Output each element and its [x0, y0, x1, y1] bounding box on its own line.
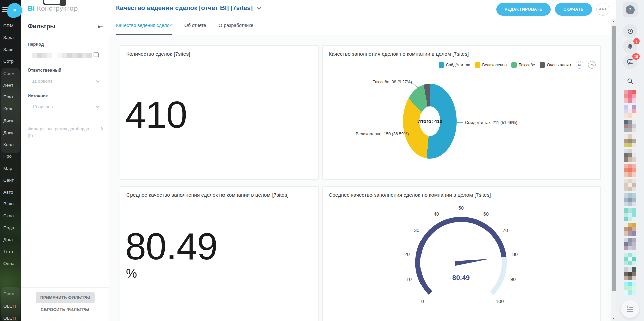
sidebar-item[interactable]: Зада	[3, 35, 21, 40]
sidebar-item[interactable]: OLCH	[3, 316, 21, 321]
filter-panel: BI Конструктор Фильтры ⇤ Период Ответств…	[21, 0, 109, 321]
period-date-input[interactable]	[28, 49, 103, 61]
title-dropdown-chevron-icon[interactable]	[257, 5, 261, 10]
image-thumbnail[interactable]	[624, 253, 636, 265]
tab-about-developer[interactable]: О разработчике	[219, 20, 253, 35]
scroll-up-arrow[interactable]: ▲	[611, 20, 616, 23]
filter-panel-footer: ПРИМЕНИТЬ ФИЛЬТРЫ СБРОСИТЬ ФИЛЬТРЫ	[21, 287, 109, 321]
sidebar-item[interactable]: Сотр	[3, 59, 21, 64]
sidebar-item[interactable]: Сайт	[3, 178, 21, 183]
more-options-button[interactable]	[596, 3, 609, 16]
legend-swatch	[540, 62, 545, 68]
image-thumbnail[interactable]	[624, 179, 636, 191]
notifications-button[interactable]: 3	[623, 39, 637, 54]
responsible-select[interactable]: 11 options	[28, 75, 103, 87]
deals-count-value: 410	[125, 96, 187, 134]
legend-inv-button[interactable]: Inv	[588, 61, 596, 69]
rail-divider	[620, 73, 640, 73]
gauge-needle	[455, 259, 489, 266]
image-thumbnail[interactable]	[624, 120, 636, 132]
sidebar-item[interactable]: BI-ко	[3, 201, 21, 207]
header-actions: РЕДАКТИРОВАТЬ СКАЧАТЬ	[496, 3, 609, 16]
sidebar-item[interactable]: OLCH	[3, 304, 21, 309]
gauge-tick-label: 20	[404, 251, 410, 257]
sidebar-item[interactable]: Доку	[3, 130, 21, 135]
gauge-tick-label: 100	[496, 299, 504, 304]
legend-item[interactable]: Сойдёт и так	[439, 62, 470, 68]
card-title: Количество сделок [7sites]	[126, 51, 190, 57]
sidebar-item[interactable]: Диск	[3, 118, 21, 123]
legend-swatch	[511, 62, 517, 68]
collapse-panel-icon[interactable]: ⇤	[98, 23, 103, 30]
legend-item[interactable]: Очень плохо	[540, 62, 571, 68]
help-button[interactable]: ?	[623, 2, 638, 17]
image-thumbnail[interactable]	[624, 164, 636, 177]
edit-button[interactable]: РЕДАКТИРОВАТЬ	[496, 3, 551, 16]
reset-filters-button[interactable]: СБРОСИТЬ ФИЛЬТРЫ	[21, 307, 109, 312]
tab-about-report[interactable]: Об отчете	[184, 20, 206, 35]
image-thumbnail[interactable]	[624, 208, 636, 221]
image-thumbnail[interactable]	[624, 238, 636, 250]
legend-item[interactable]: Великолепно	[475, 62, 507, 68]
sidebar-item[interactable]: Почт	[3, 94, 21, 99]
sidebar-item[interactable]: Заяв	[3, 47, 21, 52]
outside-filters-link[interactable]: Фильтры вне рамок дашборда (0)	[28, 126, 103, 139]
sidebar-item[interactable]: Кале	[3, 106, 21, 111]
image-thumbnail[interactable]	[624, 267, 636, 280]
image-thumbnail[interactable]	[624, 105, 636, 118]
avg-quality-unit: %	[126, 267, 137, 281]
legend-label: Так себе	[519, 63, 535, 67]
gauge-value: 80.49	[452, 274, 470, 281]
pie-callout-label: Великолепно: 150 (36.59%)	[356, 132, 397, 136]
close-panel-button[interactable]: ×	[7, 3, 22, 18]
image-thumbnail[interactable]	[624, 193, 636, 206]
gauge-tick-label: 70	[503, 228, 508, 233]
rail-divider	[620, 21, 640, 21]
sidebar-item[interactable]: Онла	[3, 261, 21, 266]
sidebar-item[interactable]: Подп	[3, 225, 21, 230]
sidebar-item[interactable]: Прил	[3, 291, 21, 296]
image-thumbnail[interactable]	[624, 149, 636, 162]
sidebar-item[interactable]: Техп	[3, 249, 21, 254]
image-thumbnail[interactable]	[624, 223, 636, 236]
vertical-scrollbar[interactable]: ▲ ▼	[611, 19, 616, 321]
report-title-row: Качество ведения сделок [отчёт BI] [7sit…	[116, 4, 260, 12]
sidebar-item[interactable]: Колл	[3, 142, 21, 147]
card-deals-count: Количество сделок [7sites] 410	[120, 45, 319, 180]
chat-button[interactable]: 18	[623, 55, 637, 69]
gauge-tick-label: 60	[483, 211, 489, 217]
gauge-tick-label: 0	[421, 299, 424, 304]
clock-icon	[627, 28, 634, 35]
sidebar-item[interactable]: Совм	[3, 71, 21, 76]
scroll-down-arrow[interactable]: ▼	[611, 317, 616, 320]
page-title: Качество ведения сделок [отчёт BI] [7sit…	[116, 4, 253, 12]
sidebar-item[interactable]: Дост	[3, 237, 21, 242]
scrollbar-thumb[interactable]	[612, 26, 616, 291]
outside-filters-count: (0)	[28, 132, 103, 139]
source-label: Источник	[28, 93, 48, 98]
sidebar-item[interactable]: CRM	[3, 23, 21, 28]
right-rail: ? 3 18	[616, 0, 644, 321]
card-fill-quality-pie: Качество заполнения сделок по компании в…	[322, 45, 601, 180]
search-button[interactable]	[624, 75, 637, 88]
list-menu-button[interactable]	[621, 300, 639, 318]
sidebar-item[interactable]: Лент	[3, 83, 21, 88]
image-thumbnail[interactable]	[624, 90, 636, 103]
sidebar-item[interactable]: Скла	[3, 213, 21, 218]
sidebar-item[interactable]: Про	[3, 154, 21, 159]
image-thumbnail[interactable]	[624, 134, 636, 147]
cutoff-popup-artifact	[43, 0, 62, 5]
history-button[interactable]	[623, 24, 637, 38]
source-select[interactable]: 13 options	[28, 101, 103, 113]
tab-quality-of-deals[interactable]: Качество ведения сделок	[116, 20, 172, 35]
apply-filters-button[interactable]: ПРИМЕНИТЬ ФИЛЬТРЫ	[36, 292, 95, 303]
source-value: 13 options	[32, 104, 53, 109]
legend-label: Сойдёт и так	[446, 63, 470, 67]
outside-filters-label: Фильтры вне рамок дашборда	[28, 126, 103, 132]
image-thumbnail[interactable]	[624, 282, 636, 295]
sidebar-item[interactable]: Мар	[3, 166, 21, 171]
sidebar-item[interactable]: Авто	[3, 190, 21, 195]
download-button[interactable]: СКАЧАТЬ	[555, 3, 592, 16]
legend-all-button[interactable]: All	[576, 61, 583, 69]
legend-item[interactable]: Так себе	[511, 62, 535, 68]
